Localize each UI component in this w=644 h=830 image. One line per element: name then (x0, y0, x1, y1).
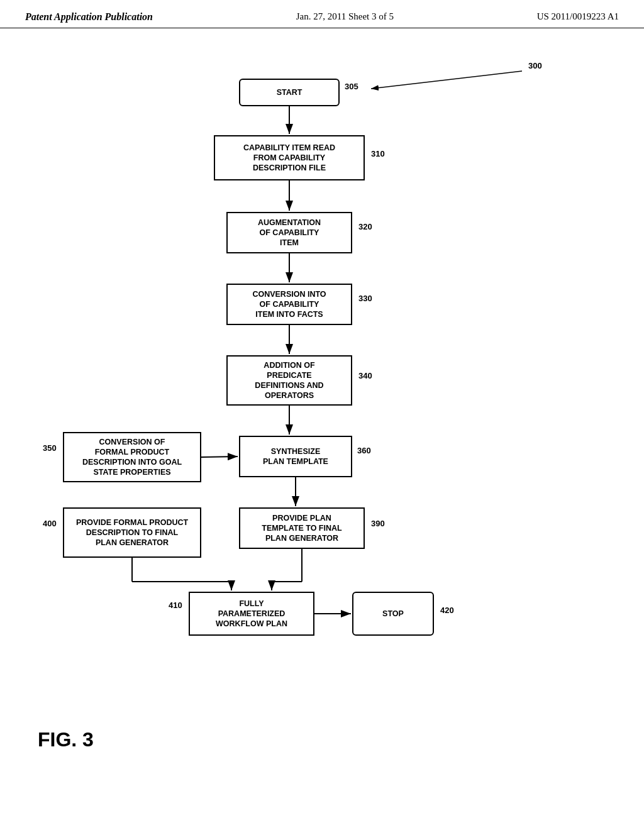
box-start: START (239, 79, 340, 106)
svg-line-6 (201, 456, 238, 457)
ref-320: 320 (358, 222, 372, 231)
box-350: CONVERSION OFFORMAL PRODUCTDESCRIPTION I… (63, 432, 201, 482)
ref-340: 340 (358, 371, 372, 380)
figure-label: FIG. 3 (38, 728, 94, 751)
header-patent-number: US 2011/0019223 A1 (537, 11, 619, 23)
ref-310: 310 (371, 149, 385, 158)
ref-350: 350 (43, 443, 57, 453)
box-410: FULLYPARAMETERIZEDWORKFLOW PLAN (189, 592, 314, 636)
ref-410: 410 (169, 600, 182, 610)
svg-line-15 (371, 71, 522, 89)
box-400: PROVIDE FORMAL PRODUCTDESCRIPTION TO FIN… (63, 507, 201, 558)
box-stop: STOP (352, 592, 434, 636)
ref-360: 360 (357, 446, 371, 455)
header-date-sheet: Jan. 27, 2011 Sheet 3 of 5 (296, 11, 394, 23)
page-header: Patent Application Publication Jan. 27, … (0, 0, 644, 28)
box-360: SYNTHESIZEPLAN TEMPLATE (239, 436, 352, 477)
ref-330: 330 (358, 294, 372, 303)
ref-390: 390 (371, 519, 385, 528)
box-390: PROVIDE PLANTEMPLATE TO FINALPLAN GENERA… (239, 507, 365, 549)
ref-400: 400 (43, 519, 57, 528)
ref-420: 420 (440, 606, 454, 615)
header-publication-type: Patent Application Publication (25, 11, 153, 23)
box-340: ADDITION OFPREDICATEDEFINITIONS ANDOPERA… (226, 355, 352, 406)
ref-300-label: 300 (528, 61, 542, 70)
box-320: AUGMENTATIONOF CAPABILITYITEM (226, 212, 352, 253)
diagram-area: 300 START 305 CAPABILITY ITEM READFROM C… (0, 28, 644, 783)
box-310: CAPABILITY ITEM READFROM CAPABILITYDESCR… (214, 135, 365, 180)
box-330: CONVERSION INTOOF CAPABILITYITEM INTO FA… (226, 284, 352, 325)
ref-305: 305 (345, 82, 358, 91)
